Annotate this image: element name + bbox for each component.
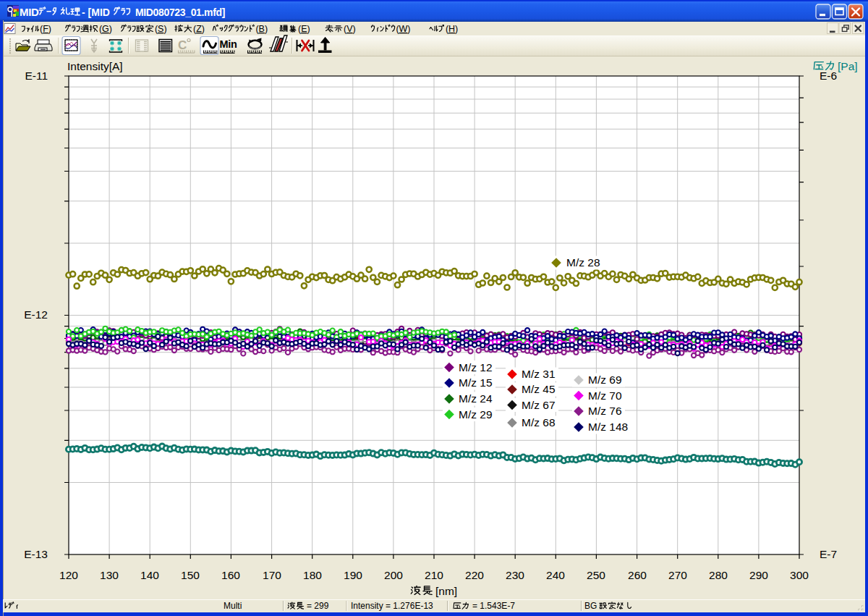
svg-text:290: 290 — [749, 569, 768, 581]
svg-text:- [MID: - [MID — [82, 7, 110, 18]
svg-text:MID080723_01.mfd]: MID080723_01.mfd] — [135, 7, 225, 18]
svg-text:(S): (S) — [155, 24, 167, 34]
svg-text:160: 160 — [221, 569, 240, 581]
svg-text:BG: BG — [584, 601, 597, 611]
svg-text:[Pa]: [Pa] — [838, 60, 858, 72]
svg-text:M/z 24: M/z 24 — [459, 392, 493, 405]
svg-text:(E): (E) — [298, 24, 310, 34]
svg-text:280: 280 — [709, 569, 728, 581]
svg-text:M/z 31: M/z 31 — [522, 368, 556, 380]
svg-text:E-13: E-13 — [24, 548, 48, 560]
svg-text:Intensity[A]: Intensity[A] — [67, 60, 123, 72]
svg-text:Multi: Multi — [224, 601, 242, 611]
svg-text:(V): (V) — [344, 24, 356, 34]
svg-text:240: 240 — [546, 569, 565, 581]
svg-text:(F): (F) — [40, 24, 51, 34]
svg-text:E-12: E-12 — [24, 308, 48, 321]
svg-text:M/z 68: M/z 68 — [522, 416, 556, 429]
svg-text:M/z 28: M/z 28 — [566, 256, 600, 269]
svg-text:M/z 70: M/z 70 — [588, 389, 622, 402]
svg-text:230: 230 — [506, 569, 524, 581]
svg-text:C: C — [178, 38, 187, 52]
svg-text:260: 260 — [628, 569, 647, 581]
svg-text:M/z 29: M/z 29 — [459, 408, 493, 421]
svg-text:M/z 148: M/z 148 — [588, 421, 628, 433]
svg-text:220: 220 — [465, 569, 484, 581]
svg-text:(W): (W) — [396, 24, 410, 34]
svg-text:Intensity = 1.276E-13: Intensity = 1.276E-13 — [351, 601, 433, 611]
svg-text:180: 180 — [303, 569, 322, 581]
svg-text:Min: Min — [220, 38, 237, 50]
svg-text:140: 140 — [140, 569, 159, 581]
svg-text:M/z 67: M/z 67 — [522, 399, 556, 411]
svg-text:150: 150 — [181, 569, 200, 581]
svg-text:M/z 12: M/z 12 — [459, 361, 493, 374]
svg-text:120: 120 — [59, 569, 78, 581]
svg-text:M/z 45: M/z 45 — [522, 383, 556, 395]
svg-text:250: 250 — [587, 569, 605, 581]
svg-text:(H): (H) — [446, 24, 458, 34]
svg-text:M/z 76: M/z 76 — [588, 405, 622, 417]
svg-text:= 299: = 299 — [307, 601, 329, 611]
svg-text:210: 210 — [425, 569, 443, 581]
svg-text:(B): (B) — [255, 24, 268, 34]
svg-text:200: 200 — [384, 569, 403, 581]
svg-text:300: 300 — [790, 569, 809, 581]
svg-text:= 1.543E-7: = 1.543E-7 — [472, 601, 515, 611]
svg-text:M/z 15: M/z 15 — [459, 376, 493, 389]
svg-text:270: 270 — [668, 569, 687, 581]
svg-text:E-7: E-7 — [820, 548, 837, 560]
svg-text:M/z 69: M/z 69 — [588, 374, 622, 386]
svg-text:E-11: E-11 — [25, 69, 48, 82]
svg-text:170: 170 — [263, 569, 281, 581]
svg-text:(Z): (Z) — [193, 24, 205, 34]
svg-text:[nm]: [nm] — [435, 585, 457, 597]
svg-text:130: 130 — [100, 569, 119, 581]
svg-text:(G): (G) — [99, 24, 112, 34]
svg-text:190: 190 — [344, 569, 362, 581]
svg-text:MID: MID — [20, 6, 39, 18]
svg-text:E-6: E-6 — [820, 69, 837, 82]
